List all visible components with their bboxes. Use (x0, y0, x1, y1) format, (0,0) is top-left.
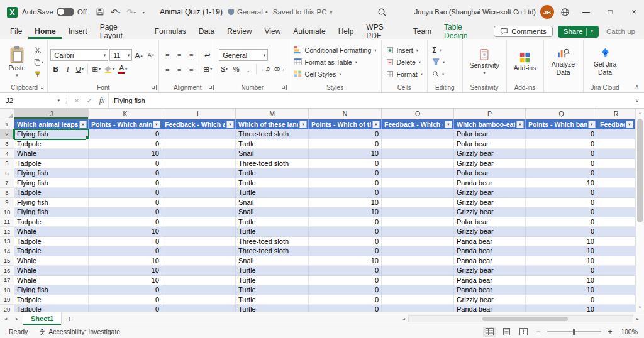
row-header-17[interactable]: 17 (0, 276, 14, 286)
row-header-15[interactable]: 15 (0, 256, 14, 266)
cell-M13[interactable]: Three-toed sloth (236, 237, 309, 247)
ribbon-tab-wps-pdf[interactable]: WPS PDF (360, 24, 406, 39)
cell-J7[interactable]: Flying fish (14, 178, 89, 188)
page-break-view-button[interactable] (517, 327, 530, 337)
filter-dropdown-button[interactable]: ▾ (445, 121, 452, 128)
cell-Q10[interactable]: 0 (526, 207, 597, 217)
cell-R16[interactable] (597, 266, 635, 276)
cell-L10[interactable] (162, 207, 236, 217)
cell-Q5[interactable]: 0 (526, 159, 597, 169)
cell-J11[interactable]: Tadpole (14, 217, 89, 227)
cell-P2[interactable]: Polar bear (454, 129, 526, 139)
cell-O11[interactable] (382, 217, 454, 227)
insert-cells-button[interactable]: Insert ▾ (384, 44, 421, 56)
minimize-button[interactable]: — (576, 0, 596, 24)
scroll-down-button[interactable]: ▾ (636, 303, 644, 312)
cell-J16[interactable]: Whale (14, 266, 89, 276)
cell-M17[interactable]: Turtle (236, 276, 309, 286)
cell-N4[interactable]: 10 (309, 149, 382, 159)
number-dialog-launcher-icon[interactable] (282, 85, 287, 90)
underline-button[interactable]: U▾ (74, 63, 85, 75)
cell-P15[interactable]: Panda bear (454, 256, 526, 266)
autosum-button[interactable]: Σ▾ (430, 44, 444, 56)
sheet-nav-right-button[interactable]: ▸ (11, 312, 23, 325)
cell-K10[interactable]: 0 (89, 207, 162, 217)
horizontal-scrollbar[interactable]: ◂ ▸ (397, 312, 644, 325)
column-header-O[interactable]: O (382, 109, 454, 119)
cell-styles-button[interactable]: Cell Styles ▾ (292, 68, 343, 80)
ribbon-tab-insert[interactable]: Insert (62, 24, 94, 39)
cell-M7[interactable]: Turtle (236, 178, 309, 188)
clipboard-dialog-launcher-icon[interactable] (40, 85, 45, 90)
cancel-entry-button[interactable]: × (70, 93, 83, 108)
font-color-button[interactable]: A▾ (117, 63, 128, 75)
number-format-combo[interactable]: General ▾ (219, 49, 268, 61)
cell-R6[interactable] (597, 168, 635, 178)
cell-R8[interactable] (597, 188, 635, 198)
cell-Q20[interactable]: 10 (526, 305, 597, 312)
cell-K2[interactable]: 0 (89, 129, 162, 139)
cell-L5[interactable] (162, 159, 236, 169)
cell-Q13[interactable]: 10 (526, 237, 597, 247)
cell-K8[interactable]: 0 (89, 188, 162, 198)
filter-dropdown-button[interactable]: ▾ (516, 121, 524, 128)
column-header-Q[interactable]: Q (526, 109, 597, 119)
sensitivity-badge[interactable]: General• (228, 8, 268, 16)
cell-P18[interactable]: Panda bear (454, 285, 526, 295)
catch-up-button[interactable]: Catch up (604, 26, 638, 36)
cell-R3[interactable] (597, 139, 635, 150)
zoom-slider-thumb[interactable] (573, 329, 575, 335)
delete-cells-button[interactable]: Delete ▾ (384, 56, 423, 68)
cell-K6[interactable]: 0 (89, 168, 162, 178)
cell-R20[interactable] (597, 305, 635, 312)
scroll-up-button[interactable]: ▴ (636, 109, 644, 117)
cell-Q12[interactable]: 0 (526, 227, 597, 237)
row-header-3[interactable]: 3 (0, 139, 14, 150)
find-select-button[interactable]: ▾ (430, 68, 446, 80)
cell-O8[interactable] (382, 188, 454, 198)
cell-J14[interactable]: Tadpole (14, 246, 89, 256)
cell-J20[interactable]: Tadpole (14, 305, 89, 312)
format-cells-button[interactable]: Format ▾ (384, 68, 425, 80)
cell-K13[interactable]: 0 (89, 237, 162, 247)
save-button[interactable] (93, 6, 107, 18)
cell-R9[interactable] (597, 198, 635, 208)
cell-L20[interactable] (162, 305, 236, 312)
name-box-splitter[interactable]: ⋮ (63, 93, 70, 108)
comma-style-button[interactable]: , (243, 63, 253, 75)
cell-R12[interactable] (597, 227, 635, 237)
cell-N19[interactable]: 0 (309, 295, 382, 305)
cell-Q17[interactable]: 10 (526, 276, 597, 286)
borders-button[interactable]: ⊞▾ (91, 63, 102, 75)
page-layout-view-button[interactable] (500, 327, 513, 337)
cell-R2[interactable] (597, 129, 635, 139)
account-button[interactable]: Junyu Bao (Shanghai Wicresoft Co Ltd) JB (414, 5, 554, 19)
cell-R15[interactable] (597, 256, 635, 266)
comments-button[interactable]: Comments (494, 26, 553, 37)
cell-L14[interactable] (162, 246, 236, 256)
cell-K9[interactable]: 0 (89, 198, 162, 208)
cell-L9[interactable] (162, 198, 236, 208)
ribbon-tab-automate[interactable]: Automate (287, 24, 331, 39)
format-painter-button[interactable] (32, 68, 43, 80)
cell-Q7[interactable]: 10 (526, 178, 597, 188)
font-dialog-launcher-icon[interactable] (152, 85, 157, 90)
filter-dropdown-button[interactable]: ▾ (588, 121, 596, 128)
zoom-out-button[interactable]: − (534, 327, 543, 336)
enter-entry-button[interactable]: ✓ (83, 93, 96, 108)
row-header-8[interactable]: 8 (0, 188, 14, 198)
cut-button[interactable] (32, 45, 43, 56)
filter-dropdown-button[interactable]: ▾ (626, 121, 633, 128)
align-middle-button[interactable]: ≡ (174, 50, 184, 61)
row-header-14[interactable]: 14 (0, 246, 14, 256)
cell-Q4[interactable]: 0 (526, 149, 597, 159)
analyze-data-button[interactable]: Analyze Data (547, 46, 580, 77)
font-name-combo[interactable]: Calibri ▾ (50, 49, 108, 61)
cell-R7[interactable] (597, 178, 635, 188)
cell-N7[interactable]: 0 (309, 178, 382, 188)
search-button[interactable] (375, 6, 389, 19)
web-version-button[interactable] (558, 6, 572, 19)
formula-input[interactable]: Flying fish (108, 93, 630, 108)
cell-L17[interactable] (162, 276, 236, 286)
cell-Q2[interactable]: 0 (526, 129, 597, 139)
